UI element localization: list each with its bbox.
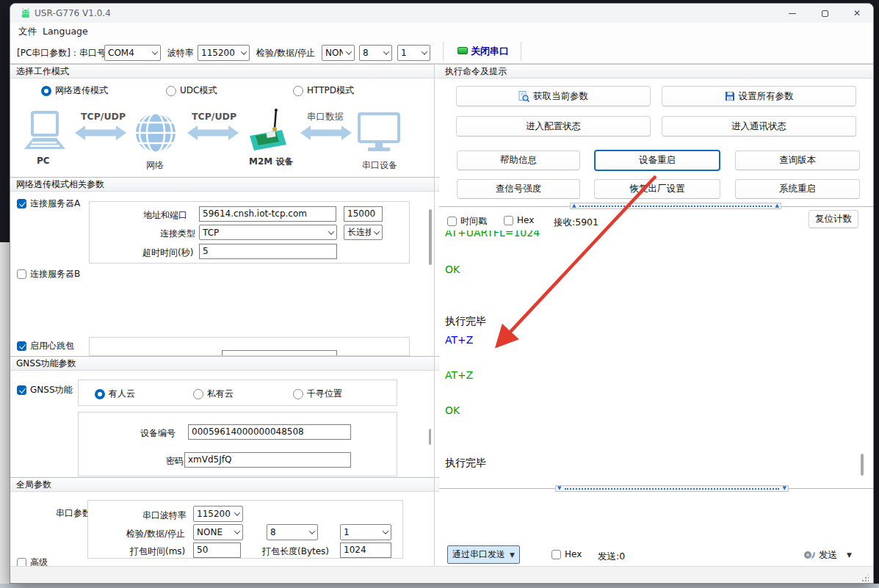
help-info-button[interactable]: 帮助信息 [457,150,580,170]
factory-reset-button[interactable]: 恢复出厂设置 [594,179,720,199]
addr-port-label: 地址和端口 [143,209,187,222]
server-address-input[interactable]: 59614.cnsh.iot-tcp.com [199,206,336,222]
double-arrow-icon [187,124,239,142]
device-restart-button[interactable]: 设备重启 [594,150,720,171]
radio-icon [293,389,303,399]
gnss-enable-checkbox[interactable]: GNSS功能 [17,384,73,396]
pc-serial-label: [PC串口参数]：串口号 [17,47,106,59]
baud-select[interactable]: 115200 [198,45,250,61]
timeout-label: 超时时间(秒) [142,247,193,259]
com-port-select[interactable]: COM4 [104,45,161,61]
checkbox-icon [17,341,26,351]
dropdown-arrow-icon: ▼ [847,551,852,559]
chevron-down-icon [343,46,354,60]
maximize-icon [822,10,828,17]
timeout-input[interactable]: 5 [199,244,337,259]
conn-mode-select[interactable]: 长连接 [344,225,383,240]
log-line: AT+UARTFL=1024 [445,231,540,239]
pc-laptop-icon [23,111,67,153]
close-serial-button[interactable]: 关闭串口 [451,42,524,61]
send-hex-checkbox[interactable]: Hex [551,549,582,559]
log-scrollbar-thumb[interactable] [861,454,864,476]
send-button[interactable]: 发送 ▼ [803,545,864,565]
query-signal-button[interactable]: 查信号强度 [457,179,580,199]
desktop-background-bottom [0,584,879,588]
network-globe-icon [135,111,176,156]
databits-select[interactable]: 8 [359,45,392,61]
netparams-header: 网络透传模式相关参数 [10,177,439,192]
radio-icon [41,86,51,96]
parity-select[interactable]: NONI [322,45,355,61]
global-baud-select[interactable]: 115200 [193,506,243,522]
conn-type-select[interactable]: TCP [199,225,337,240]
radio-httpd-mode[interactable]: HTTPD模式 [293,84,354,97]
enter-config-button[interactable]: 进入配置状态 [456,116,651,137]
query-version-button[interactable]: 查询版本 [735,150,860,170]
splitter-dots [579,206,771,207]
panel-splitter[interactable] [434,64,435,566]
device-id-input[interactable]: 00059614000000048508 [188,424,351,440]
reset-count-button[interactable]: 复位计数 [809,210,858,228]
radio-qianxun[interactable]: 千寻位置 [293,388,342,400]
password-input[interactable]: xmVd5JfQ [184,452,351,468]
checkbox-icon [17,199,26,208]
server-port-input[interactable]: 15000 [344,206,383,222]
resize-grip[interactable] [861,575,869,582]
stopbits-select[interactable]: 1 [397,45,430,61]
log-hex-checkbox[interactable]: Hex [504,215,534,225]
chevron-down-icon [149,46,160,60]
serial-params-label: 串口参数 [56,507,91,520]
pack-len-input[interactable]: 1024 [340,542,391,558]
diagram-node-m2m: M2M 设备 [249,156,293,168]
m2m-device-icon [247,108,289,155]
save-icon [725,91,735,101]
left-scrollbar-thumb[interactable] [429,209,432,265]
send-splitter-handle[interactable]: ▼ ▼ [555,485,789,492]
checkbox-icon [17,269,26,279]
global-stopbits-select[interactable]: 1 [340,524,391,540]
device-id-label: 设备编号 [140,427,176,440]
toolbar-separator [443,42,444,61]
menu-file[interactable]: 文件 [16,26,39,38]
server-b-checkbox[interactable]: 连接服务器B [17,268,80,280]
maximize-button[interactable] [809,4,841,23]
server-a-checkbox[interactable]: 连接服务器A [17,197,80,210]
radio-private-cloud[interactable]: 私有云 [193,388,234,400]
chevron-down-icon [231,525,242,540]
log-output-area[interactable]: AT+UARTFL=1024 OK 执行完毕 AT+Z AT+Z OK 执行完毕 [439,231,869,483]
radio-usr-cloud[interactable]: 有人云 [95,388,135,400]
chevron-down-icon [380,525,391,540]
set-all-params-button[interactable]: 设置所有参数 [662,86,856,106]
heartbeat-checkbox[interactable]: 启用心跳包 [17,340,74,352]
minimize-button[interactable] [776,4,809,23]
splitter-dots [565,488,778,490]
title-bar: USR-G776 V1.0.4 ✕ [10,4,873,23]
heartbeat-partial-input[interactable] [222,350,337,356]
pack-time-input[interactable]: 50 [193,542,241,558]
menu-bar: 文件 Language [10,23,873,39]
log-splitter-handle[interactable]: ▲ ▲ [570,203,781,209]
double-arrow-icon [300,124,352,142]
sent-count-label: 发送:0 [598,551,625,563]
global-parity-select[interactable]: NONE [193,524,243,540]
radio-icon [95,389,105,399]
system-restart-button[interactable]: 系统重启 [735,179,860,199]
radio-net-transparent[interactable]: 网络透传模式 [41,84,108,97]
global-databits-select[interactable]: 8 [267,524,318,540]
workmode-header: 选择工作模式 [10,64,439,79]
left-scrollbar-thumb2[interactable] [429,429,431,445]
splitter-triangle-icon: ▲ [774,203,781,208]
send-input-area[interactable] [439,493,869,542]
app-icon [20,7,32,19]
double-arrow-icon [74,124,127,142]
enter-comm-button[interactable]: 进入通讯状态 [662,116,856,137]
chevron-down-icon [238,46,249,60]
get-params-button[interactable]: 获取当前参数 [456,86,651,106]
diagram-link-serialdata: 串口数据 [307,111,344,123]
send-via-serial-button[interactable]: 通过串口发送 ▼ [447,545,520,564]
timestamp-checkbox[interactable]: 时间戳 [447,215,487,228]
radio-udc-mode[interactable]: UDC模式 [166,84,217,97]
radio-icon [293,86,303,96]
menu-language[interactable]: Language [40,26,90,37]
close-button[interactable]: ✕ [841,4,873,23]
